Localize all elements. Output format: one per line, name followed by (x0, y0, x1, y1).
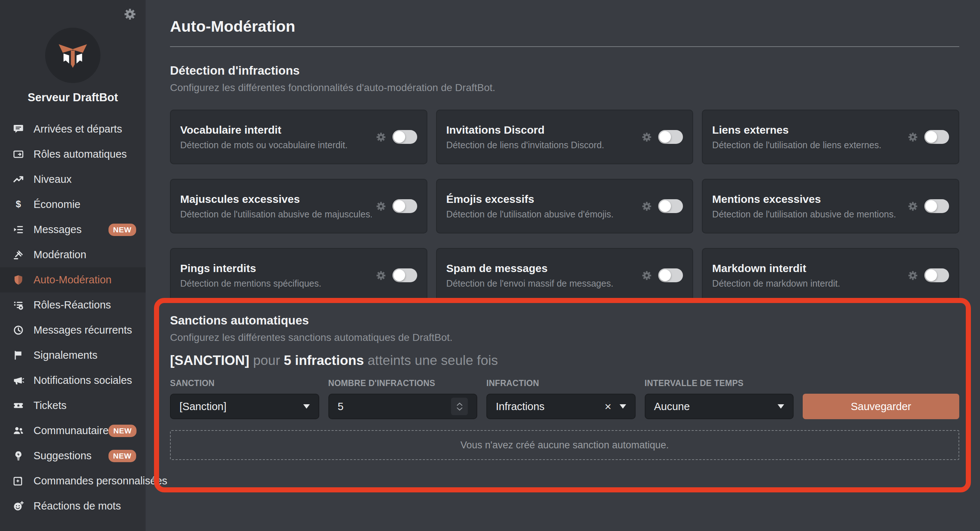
feature-card-text: Pings interdits Détection de mentions sp… (180, 262, 372, 289)
sidebar-item-label: Arrivées et départs (33, 123, 122, 135)
sidebar-item-commandes-personnalisees[interactable]: Commandes personnalisées (0, 468, 146, 493)
sidebar-item-messages[interactable]: MessagesNEW (0, 217, 146, 242)
feature-settings-gear-icon[interactable] (641, 270, 652, 281)
chevron-down-icon (303, 404, 310, 409)
feature-card-pings-interdits: Pings interdits Détection de mentions sp… (170, 248, 427, 303)
users-icon (12, 425, 24, 437)
feature-controls (641, 199, 683, 213)
chevron-down-icon (620, 404, 626, 409)
sidebar-item-niveaux[interactable]: Niveaux (0, 167, 146, 192)
infraction-select-value: Infractions (496, 400, 545, 413)
toggle-knob (925, 269, 937, 281)
dollar-icon: $ (12, 198, 24, 211)
server-settings-gear-icon[interactable] (123, 7, 137, 21)
feature-settings-gear-icon[interactable] (375, 270, 387, 281)
toggle-knob (925, 131, 937, 143)
feature-toggle[interactable] (658, 199, 683, 213)
sanction-label: SANCTION (170, 378, 319, 388)
sidebar-item-reactions-de-mots[interactable]: Réactions de mots (0, 493, 146, 518)
rule-sanction: [SANCTION] (170, 353, 249, 368)
number-stepper[interactable] (451, 398, 468, 415)
rule-preview: [SANCTION] pour 5 infractions atteints u… (170, 353, 959, 368)
app-window: Serveur DraftBot Arrivées et départs Rôl… (0, 0, 980, 531)
feature-settings-gear-icon[interactable] (375, 201, 387, 212)
feature-settings-gear-icon[interactable] (375, 131, 387, 143)
feature-settings-gear-icon[interactable] (907, 131, 918, 143)
chevron-down-icon (457, 407, 463, 411)
feature-controls (907, 268, 949, 282)
feature-card-text: Vocabulaire interdit Détection de mots o… (180, 124, 372, 150)
feature-description: Détection de l'utilisation abusive de ma… (180, 209, 372, 220)
save-button[interactable]: Sauvegarder (803, 394, 959, 419)
feature-toggle[interactable] (924, 268, 949, 282)
feature-toggle[interactable] (393, 268, 417, 282)
ticket-icon (12, 400, 24, 412)
sanctions-heading: Sanctions automatiques (170, 314, 959, 327)
infraction-field-group: INFRACTION Infractions × (486, 378, 636, 419)
sidebar-item-label: Notifications sociales (33, 375, 132, 386)
feature-description: Détection de l'envoi massif de messages. (446, 278, 638, 289)
feature-card-emojis-excessifs: Émojis excessifs Détection de l'utilisat… (436, 179, 694, 233)
feature-card-mentions-excessives: Mentions excessives Détection de l'utili… (702, 179, 959, 233)
feature-description: Détection de l'utilisation de liens exte… (712, 140, 904, 150)
feature-toggle[interactable] (658, 130, 683, 144)
feature-card-liens-externes: Liens externes Détection de l'utilisatio… (702, 110, 959, 164)
main-content: Auto-Modération Détection d'infractions … (146, 0, 980, 531)
feature-controls (641, 268, 683, 282)
empty-sanctions-message: Vous n'avez créé aucune sanction automat… (170, 430, 959, 460)
new-badge: NEW (108, 450, 137, 462)
trending-up-icon (12, 173, 24, 186)
sidebar-item-label: Suggestions (33, 450, 92, 462)
feature-settings-gear-icon[interactable] (641, 131, 652, 143)
svg-text:$: $ (16, 199, 21, 209)
feature-settings-gear-icon[interactable] (907, 201, 918, 212)
clear-icon[interactable]: × (605, 400, 612, 412)
feature-card-invitations-discord: Invitations Discord Détection de liens d… (436, 110, 694, 164)
sidebar-nav: Arrivées et départs Rôles automatiques N… (0, 116, 146, 518)
rule-count: 5 infractions (284, 353, 364, 368)
sidebar-item-label: Communautaire (33, 425, 108, 437)
sidebar-item-economie[interactable]: $ Économie (0, 192, 146, 217)
feature-settings-gear-icon[interactable] (641, 201, 652, 212)
sidebar-item-notifications-sociales[interactable]: Notifications sociales (0, 368, 146, 393)
feature-toggle[interactable] (658, 268, 683, 282)
feature-toggle[interactable] (393, 130, 417, 144)
sidebar-item-suggestions[interactable]: SuggestionsNEW (0, 443, 146, 468)
feature-card-text: Mentions excessives Détection de l'utili… (712, 193, 904, 220)
feature-settings-gear-icon[interactable] (907, 270, 918, 281)
sidebar-item-arrivees-et-departs[interactable]: Arrivées et départs (0, 116, 146, 142)
feature-title: Spam de messages (446, 262, 638, 274)
detection-cards-grid: Vocabulaire interdit Détection de mots o… (170, 110, 959, 303)
interval-select-value: Aucune (654, 400, 690, 413)
shield-icon (12, 274, 24, 286)
sidebar-item-communautaire[interactable]: CommunautaireNEW (0, 418, 146, 443)
feature-controls (375, 268, 417, 282)
feature-toggle[interactable] (924, 130, 949, 144)
sidebar-item-messages-recurrents[interactable]: Messages récurrents (0, 317, 146, 343)
sanction-field-group: SANCTION [Sanction] (170, 378, 319, 419)
feature-card-majuscules-excessives: Majuscules excessives Détection de l'uti… (170, 179, 427, 233)
toggle-knob (393, 131, 405, 143)
sanction-select[interactable]: [Sanction] (170, 394, 319, 419)
sidebar-item-signalements[interactable]: Signalements (0, 343, 146, 368)
sidebar-item-auto-moderation[interactable]: Auto-Modération (0, 267, 146, 292)
sidebar-item-roles-reactions[interactable]: Rôles-Réactions (0, 292, 146, 317)
feature-title: Pings interdits (180, 262, 372, 274)
infraction-select[interactable]: Infractions × (486, 394, 636, 419)
sidebar-item-label: Messages (33, 223, 81, 236)
chat-icon (12, 123, 24, 136)
interval-select[interactable]: Aucune (645, 394, 794, 419)
sanctions-section: Sanctions automatiques Configurez les di… (170, 314, 959, 460)
feature-toggle[interactable] (924, 199, 949, 213)
sidebar-item-label: Auto-Modération (33, 274, 111, 286)
chevron-up-icon (457, 402, 463, 406)
sidebar-item-roles-automatiques[interactable]: Rôles automatiques (0, 142, 146, 167)
sidebar-item-moderation[interactable]: Modération (0, 242, 146, 267)
infraction-select-controls: × (605, 400, 626, 412)
infraction-count-input[interactable]: 5 (328, 394, 477, 419)
feature-toggle[interactable] (393, 199, 417, 213)
toggle-knob (659, 131, 671, 143)
sidebar-item-tickets[interactable]: Tickets (0, 393, 146, 418)
page-title: Auto-Modération (170, 18, 959, 35)
feature-card-text: Markdown interdit Détection de markdown … (712, 262, 904, 289)
